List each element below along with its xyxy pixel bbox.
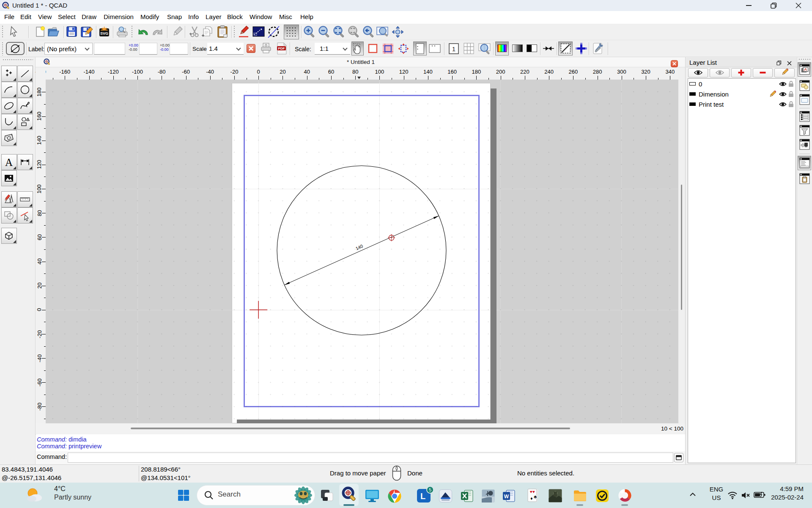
svg-text:W: W — [504, 494, 509, 500]
svg-text:SVG: SVG — [100, 31, 108, 36]
svg-text:PDF: PDF — [278, 47, 285, 50]
svg-text:♣: ♣ — [534, 494, 537, 499]
svg-text:L: L — [420, 491, 425, 501]
svg-text:1: 1 — [452, 45, 455, 52]
svg-text:A: A — [5, 157, 13, 168]
svg-text:♥♥: ♥♥ — [530, 489, 535, 494]
svg-text:♦: ♦ — [530, 496, 533, 501]
